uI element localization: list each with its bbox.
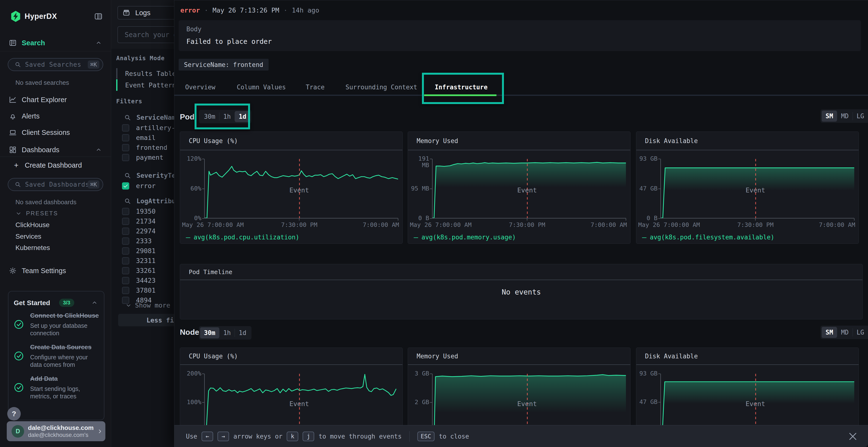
node-chart-size-md[interactable]: MD <box>837 327 852 338</box>
chart-title: Disk Available <box>645 348 698 365</box>
tab-trace[interactable]: Trace <box>306 80 324 95</box>
y-axis-tick-label: 93 GB <box>636 156 657 162</box>
sidebar-item-chart-explorer[interactable]: Chart Explorer <box>0 94 111 106</box>
checkbox[interactable] <box>122 208 129 215</box>
presets-toggle[interactable]: PRESETS <box>16 210 58 217</box>
checkbox[interactable] <box>122 124 129 132</box>
search-panel-icon <box>9 39 17 47</box>
get-started-badge: 3/3 <box>59 299 74 307</box>
divider <box>408 365 630 365</box>
y-axis-tick-label: 3 GB <box>408 370 429 377</box>
node-time-range-30m[interactable]: 30m <box>200 327 219 338</box>
checkbox[interactable] <box>122 228 129 235</box>
pod-chart-size-md[interactable]: MD <box>837 110 852 122</box>
create-dashboard-button[interactable]: + Create Dashboard <box>14 161 82 170</box>
x-axis-tick <box>299 218 300 220</box>
sidebar-item-team-settings[interactable]: Team Settings <box>0 265 111 277</box>
chart-title: Memory Used <box>416 132 458 150</box>
sidebar-item-search[interactable]: Search <box>0 37 111 49</box>
search-icon <box>14 61 21 68</box>
filter-option-label: 21734 <box>136 217 156 225</box>
show-more-label: Show more <box>135 302 170 309</box>
sidebar-item-label: Chart Explorer <box>22 96 67 104</box>
checkbox[interactable] <box>122 144 129 151</box>
chevron-up-icon[interactable] <box>91 300 98 306</box>
checkbox[interactable] <box>122 247 129 254</box>
show-more-button[interactable]: Show more <box>122 302 170 309</box>
shortcut-badge: ⌘K <box>88 61 99 69</box>
help-button[interactable]: ? <box>7 407 21 420</box>
search-icon <box>14 181 21 188</box>
checkbox-checked[interactable] <box>122 182 129 190</box>
filter-group-name: ServiceName <box>136 114 180 121</box>
chart-legend: —avg(k8s.pod.memory.usage) <box>414 233 516 241</box>
pod-cpu-card: CPU Usage (%) 120%60%0%EventMay 26 7:00:… <box>180 132 403 244</box>
chart-title: CPU Usage (%) <box>189 348 238 365</box>
preset-kubernetes[interactable]: Kubernetes <box>16 244 50 252</box>
saved-dashboards-input[interactable]: Saved Dashboards ⌘K <box>8 178 103 191</box>
checkbox[interactable] <box>122 267 129 274</box>
node-time-range-1h[interactable]: 1h <box>219 327 235 338</box>
laptop-icon <box>9 128 17 137</box>
checkbox[interactable] <box>122 277 129 284</box>
check-circle-icon <box>14 351 24 361</box>
source-select-label: Logs <box>135 9 151 17</box>
event-body-card: Body Failed to place order <box>179 20 861 51</box>
tabs-divider <box>174 95 868 96</box>
filter-option-label: 34423 <box>136 277 156 284</box>
pod-chart-size-lg[interactable]: LG <box>853 110 868 122</box>
get-started-item-desc: Start sending logs, metrics, or traces <box>30 385 100 400</box>
x-axis-tick <box>527 218 527 220</box>
legend-swatch: — <box>642 233 646 241</box>
filter-option-label: payment <box>136 153 163 161</box>
chevron-down-icon <box>16 210 22 216</box>
user-account-chip[interactable]: D dale@clickhouse.com dale@clickhouse.co… <box>7 421 105 441</box>
tab-surrounding-context[interactable]: Surrounding Context <box>345 80 417 95</box>
node-time-range: 30m1h1d <box>199 326 251 340</box>
checkbox[interactable] <box>122 218 129 225</box>
checkbox[interactable] <box>122 287 129 294</box>
checkbox[interactable] <box>122 154 129 161</box>
checkbox[interactable] <box>122 238 129 245</box>
pod-chart-size-sm[interactable]: SM <box>822 110 837 122</box>
legend-series-name: avg(k8s.pod.filesystem.available) <box>650 234 774 241</box>
close-icon[interactable] <box>847 431 858 442</box>
hint-text: arrow keys or <box>234 433 283 440</box>
preset-clickhouse[interactable]: ClickHouse <box>16 221 50 229</box>
service-name-chip[interactable]: ServiceName: frontend <box>179 59 269 71</box>
node-time-range-1d[interactable]: 1d <box>235 327 250 338</box>
tab-column-values[interactable]: Column Values <box>237 80 286 95</box>
y-axis-tick <box>202 402 204 403</box>
chart-title: Memory Used <box>416 348 458 365</box>
sidebar-item-client-sessions[interactable]: Client Sessions <box>0 126 111 139</box>
y-axis-tick <box>430 218 432 219</box>
saved-searches-input[interactable]: Saved Searches ⌘K <box>8 58 103 71</box>
y-axis-tick-label: 47 GB <box>636 399 657 405</box>
y-axis-tick <box>202 374 204 374</box>
y-axis-tick-label: 95 MB <box>408 185 429 192</box>
legend-swatch: — <box>414 233 418 241</box>
y-axis-tick <box>202 159 204 159</box>
tab-overview[interactable]: Overview <box>185 80 215 95</box>
divider <box>180 280 863 280</box>
esc-key: ESC <box>417 432 434 441</box>
arrow-right-key: → <box>217 432 229 441</box>
get-started-item: Connect to ClickHouseSet up your databas… <box>14 312 100 337</box>
filter-option-label: 37801 <box>136 286 156 294</box>
sidebar-item-label: Dashboards <box>22 146 59 154</box>
checkbox[interactable] <box>122 257 129 265</box>
x-axis-tick-label: 7:00:00 AM <box>819 221 855 228</box>
filter-option-label: 33261 <box>136 267 156 274</box>
mode-label: Event Patterns <box>125 81 180 89</box>
sidebar-item-dashboards[interactable]: Dashboards <box>0 143 111 156</box>
get-started-item-title: Connect to ClickHouse <box>30 312 100 319</box>
sidebar-item-alerts[interactable]: Alerts <box>0 110 111 122</box>
node-chart-size-lg[interactable]: LG <box>853 327 868 338</box>
preset-services[interactable]: Services <box>16 233 41 240</box>
collapse-sidebar-icon[interactable] <box>94 12 103 21</box>
sidebar-item-label: Search <box>22 39 45 47</box>
node-chart-size-sm[interactable]: SM <box>822 327 837 338</box>
y-axis-tick <box>202 188 204 189</box>
checkbox[interactable] <box>122 134 129 141</box>
dashboards-grid-icon <box>9 146 17 154</box>
